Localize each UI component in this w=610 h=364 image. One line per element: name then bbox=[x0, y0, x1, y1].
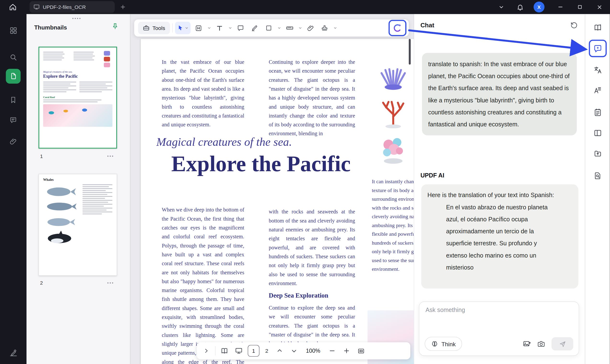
thumb1-reef-image bbox=[43, 104, 112, 127]
select-tool-chevron[interactable] bbox=[184, 22, 189, 34]
plus-icon bbox=[120, 4, 126, 10]
expand-bar-button[interactable] bbox=[201, 345, 211, 357]
monitor-icon bbox=[33, 4, 39, 10]
doc-heading2: Deep Sea Exploration bbox=[269, 292, 328, 299]
app-window: UPDF-2-files_OCR X bbox=[0, 0, 610, 364]
comments-icon bbox=[9, 116, 17, 124]
doc-intro-col2: Continuing to explore deeper into the oc… bbox=[269, 58, 355, 138]
translate-button[interactable] bbox=[592, 64, 604, 76]
panel-drag-handle[interactable] bbox=[72, 18, 80, 19]
page-thumbnail-1[interactable]: Magical creatures of the sea. Explore th… bbox=[39, 47, 117, 149]
ai-search-button[interactable] bbox=[592, 169, 604, 182]
attach-tool-button[interactable] bbox=[305, 22, 316, 34]
present-button[interactable] bbox=[233, 345, 244, 357]
ai-form-button[interactable] bbox=[592, 106, 604, 119]
add-image-button[interactable] bbox=[523, 340, 531, 348]
measure-tool-chevron[interactable] bbox=[298, 22, 302, 34]
fit-width-button[interactable] bbox=[356, 345, 366, 357]
pin-panel-button[interactable] bbox=[111, 23, 119, 30]
coral-images-column bbox=[375, 56, 414, 165]
home-icon bbox=[9, 3, 17, 11]
screenshot-button[interactable] bbox=[537, 340, 545, 348]
page-1-options-button[interactable] bbox=[107, 156, 113, 157]
bookmarks-button[interactable] bbox=[7, 93, 20, 106]
updf-ai-button[interactable] bbox=[389, 20, 406, 36]
close-button[interactable] bbox=[594, 2, 604, 12]
chat-history-button[interactable] bbox=[570, 21, 578, 30]
ai-tools-sidebar bbox=[585, 14, 610, 364]
document-tab[interactable]: UPDF-2-files_OCR bbox=[29, 1, 115, 13]
maximize-button[interactable] bbox=[575, 2, 585, 12]
orca-image bbox=[43, 230, 78, 246]
rewrite-button[interactable] bbox=[592, 84, 604, 96]
user-avatar[interactable]: X bbox=[533, 1, 544, 12]
marker-tool-button[interactable] bbox=[249, 22, 261, 34]
think-mode-button[interactable]: Think bbox=[425, 337, 462, 351]
ai-chat-button[interactable] bbox=[589, 39, 607, 57]
chat-panel-title: Chat bbox=[420, 22, 434, 29]
comments-button[interactable] bbox=[7, 114, 20, 127]
comment-tool-button[interactable] bbox=[235, 22, 247, 34]
whale-image bbox=[43, 183, 78, 199]
zoom-in-button[interactable] bbox=[341, 345, 352, 357]
current-page-input[interactable]: 1 bbox=[248, 345, 260, 357]
doc-body-col2: with the rocks and seaweeds at the botto… bbox=[269, 208, 355, 288]
zoom-out-button[interactable] bbox=[326, 345, 337, 357]
search-button[interactable] bbox=[7, 51, 20, 64]
pdf-page: In the vast embrace of our blue planet, … bbox=[141, 39, 414, 364]
previous-page-button[interactable] bbox=[274, 345, 285, 357]
doc-body-col2b: Continue to explore the deep sea and we … bbox=[269, 303, 355, 348]
next-page-chevron-button[interactable] bbox=[289, 345, 299, 357]
edit-tool-button[interactable] bbox=[193, 22, 205, 34]
whale-image bbox=[43, 214, 78, 230]
document-scrollbar[interactable] bbox=[409, 39, 411, 65]
measure-tool-icon bbox=[286, 24, 294, 32]
thumbnails-pages-icon bbox=[9, 72, 17, 80]
page-2-options-button[interactable] bbox=[107, 283, 113, 284]
ai-intro-text: Here is the translation of your text int… bbox=[428, 189, 572, 201]
stamp-tool-chevron[interactable] bbox=[333, 22, 337, 34]
stamp-tool-icon bbox=[321, 24, 328, 32]
signature-button[interactable] bbox=[7, 346, 20, 359]
apps-grid-button[interactable] bbox=[7, 24, 20, 37]
reader-button[interactable] bbox=[592, 21, 604, 34]
add-image-icon bbox=[523, 340, 531, 348]
minimize-button[interactable] bbox=[555, 2, 565, 12]
chevron-down-icon bbox=[207, 26, 211, 30]
home-button[interactable] bbox=[8, 2, 18, 12]
send-button[interactable] bbox=[551, 337, 573, 350]
edit-tool-chevron[interactable] bbox=[207, 22, 211, 34]
text-tool-button[interactable] bbox=[214, 22, 226, 34]
next-page-button[interactable]: 2 bbox=[263, 348, 271, 354]
attachments-button[interactable] bbox=[7, 135, 20, 148]
zoom-level-dropdown[interactable]: 100% bbox=[303, 348, 323, 354]
current-page-number: 1 bbox=[252, 348, 255, 354]
collapse-toolbar-button[interactable] bbox=[496, 2, 506, 12]
measure-tool-button[interactable] bbox=[284, 22, 296, 34]
pink-coral-image bbox=[375, 131, 411, 165]
page-layout-icon bbox=[594, 129, 602, 137]
chat-input-field[interactable] bbox=[425, 306, 573, 329]
notifications-button[interactable] bbox=[515, 2, 525, 12]
fit-width-icon bbox=[357, 347, 365, 355]
page-1-label: 1 bbox=[40, 153, 43, 159]
export-button[interactable] bbox=[592, 147, 604, 160]
bell-icon bbox=[516, 3, 524, 11]
ai-chat-panel: Chat translate to spanish: In the vast e… bbox=[414, 14, 585, 364]
thumbnails-panel-button[interactable] bbox=[6, 69, 21, 84]
select-tool-button[interactable] bbox=[175, 22, 190, 34]
stamp-tool-button[interactable] bbox=[319, 22, 331, 34]
shape-tool-chevron[interactable] bbox=[277, 22, 281, 34]
book-view-button[interactable] bbox=[219, 345, 230, 357]
translate-icon bbox=[594, 66, 602, 74]
attachments-icon bbox=[9, 138, 17, 145]
new-tab-button[interactable] bbox=[118, 2, 128, 12]
shape-tool-button[interactable] bbox=[263, 22, 274, 34]
text-tool-chevron[interactable] bbox=[228, 22, 232, 34]
attach-tool-icon bbox=[307, 24, 314, 32]
updf-ai-icon bbox=[392, 23, 402, 33]
tools-button[interactable]: Tools bbox=[138, 22, 170, 34]
tools-label: Tools bbox=[153, 25, 165, 31]
page-layout-button[interactable] bbox=[592, 127, 604, 139]
page-thumbnail-2[interactable]: Whales bbox=[39, 174, 117, 276]
